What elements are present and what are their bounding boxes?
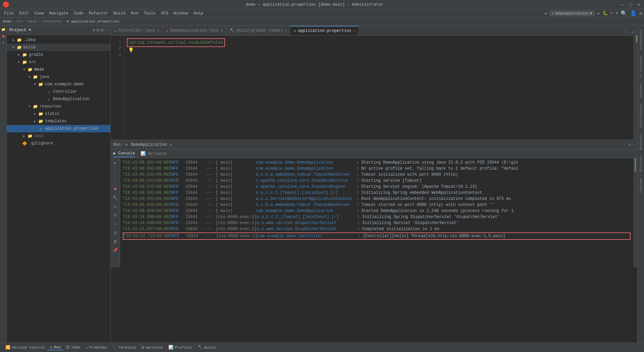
build-tab[interactable]: 🔨 Build — [195, 345, 218, 350]
scroll-down-button[interactable]: ↓ — [112, 177, 119, 184]
tree-item-label: resources — [40, 104, 61, 109]
folder-icon: 📁 — [21, 52, 28, 57]
search-button[interactable]: 🔍 — [621, 10, 627, 17]
tree-item-package[interactable]: ▼ 📁 com.example.demo — [7, 81, 110, 88]
run-settings-icon[interactable]: ⚙ — [629, 142, 631, 147]
close-tab-button[interactable]: ✕ — [221, 29, 223, 33]
menu-file[interactable]: File — [1, 9, 16, 17]
filter-icon[interactable]: ⧉ — [112, 212, 119, 219]
tree-item-resources[interactable]: ▼ 📁 resources — [7, 103, 110, 110]
project-icon[interactable]: 📁 — [1, 27, 6, 32]
console-scrollbar[interactable] — [633, 158, 637, 267]
run-button[interactable]: ▶ — [598, 11, 600, 16]
tree-item-application-properties[interactable]: ⚙ application.properties — [7, 125, 110, 132]
gear-icon[interactable]: ⚙ — [101, 27, 103, 33]
menu-tools[interactable]: Tools — [141, 9, 158, 17]
structure-icon[interactable]: ≡ — [1, 40, 6, 46]
breadcrumb-file[interactable]: ⚙ application.properties — [66, 19, 119, 24]
menu-edit[interactable]: Edit — [16, 9, 32, 17]
coverage-label[interactable]: Coverage — [639, 176, 643, 195]
tree-item-build[interactable]: ▼ 📁 build — [7, 44, 110, 51]
run-config-selector[interactable]: ▶ DemoApplication ▼ — [549, 10, 595, 16]
menu-window[interactable]: Window — [171, 9, 191, 17]
breakpoints-label[interactable]: Breakpoints — [639, 27, 643, 52]
tab-build-gradle[interactable]: 🔨 build.gradle (demo) ✕ — [226, 26, 290, 35]
structure-right-label[interactable]: Structure — [639, 153, 643, 175]
menu-view[interactable]: View — [32, 9, 47, 17]
tab-controller-java[interactable]: ☕ Controller.java ✕ — [111, 26, 162, 35]
menu-refactor[interactable]: Refactor — [86, 9, 111, 17]
version-control-tab[interactable]: 🔀 Version Control — [3, 345, 48, 350]
profiler-tab[interactable]: 📊 Profiler — [166, 345, 195, 350]
bookmark-icon[interactable]: 🔖 — [1, 34, 6, 39]
terminal-tab[interactable]: ⬛ Terminal — [110, 345, 139, 350]
breadcrumb-resources[interactable]: resources — [42, 19, 61, 24]
tree-item-demoapplication[interactable]: ☕ DemoApplication — [7, 95, 110, 103]
notifications-label[interactable]: Notifications — [639, 101, 643, 130]
minimize-button[interactable]: — — [620, 2, 625, 7]
breadcrumb-demo[interactable]: demo — [3, 19, 11, 24]
problems-icon: ⚠ — [85, 345, 88, 350]
close-tab-button[interactable]: ✕ — [284, 29, 286, 33]
close-run-tab[interactable]: ✕ — [170, 142, 172, 147]
collapse-all-button[interactable]: ⇈ — [92, 27, 95, 33]
menu-build[interactable]: Build — [111, 9, 128, 17]
tree-item-main[interactable]: ▼ 📁 main — [7, 66, 110, 73]
tree-item-test[interactable]: ▶ 📁 test — [7, 132, 110, 140]
pin-icon[interactable]: 📌 — [112, 247, 119, 254]
scroll-from-source-button[interactable]: ⊡ — [97, 27, 99, 33]
breadcrumb-main[interactable]: main — [28, 19, 37, 24]
tree-item-java[interactable]: ▼ 📁 java — [7, 73, 110, 81]
tree-item-src[interactable]: ▼ 📁 src — [7, 58, 110, 66]
database-label[interactable]: Database — [639, 81, 643, 100]
close-tab-button[interactable]: ✕ — [353, 29, 355, 33]
services-tab[interactable]: ⚙ Services — [139, 345, 166, 350]
editor-scrollbar[interactable] — [633, 36, 637, 140]
minimize-run-icon[interactable]: — — [632, 142, 635, 147]
run-bottom-tab[interactable]: ▶ Run — [48, 345, 63, 350]
debug-button[interactable]: 🐛 — [603, 11, 608, 16]
build-icon[interactable]: 🔨 — [112, 194, 119, 201]
run-icon: ▶ — [126, 142, 128, 147]
scroll-up-button[interactable]: ↑ — [112, 168, 119, 175]
tree-item-templates[interactable]: ▶ 📁 templates — [7, 118, 110, 125]
menu-vcs[interactable]: VCS — [158, 9, 171, 17]
breadcrumb-src[interactable]: src — [16, 19, 23, 24]
wrap-icon[interactable]: ⏎ — [112, 221, 119, 227]
actuator-tab[interactable]: 📊 Actuator — [141, 150, 167, 157]
tree-item-static[interactable]: ▶ 📁 static — [7, 110, 110, 118]
maximize-button[interactable]: □ — [628, 2, 633, 7]
menu-run[interactable]: Run — [128, 9, 141, 17]
coverage-run-icon[interactable]: ⊙ — [112, 203, 119, 210]
tree-item-gitignore[interactable]: 🔶 .gitignore — [7, 140, 110, 147]
bookmarks-label[interactable]: Bookmarks — [639, 131, 643, 153]
menu-code[interactable]: Code — [71, 9, 86, 17]
print-icon[interactable]: 🖨 — [112, 229, 119, 236]
rerun-button[interactable]: ▶ — [112, 160, 119, 166]
user-button[interactable]: 👤 — [630, 10, 637, 17]
tab-demoapplication-java[interactable]: ☕ DemoApplication.java ✕ — [162, 26, 226, 35]
hint-bulb-icon[interactable]: 💡 — [128, 47, 134, 54]
problems-tab[interactable]: ⚠ Problems — [83, 345, 109, 350]
close-tab-button[interactable]: ✕ — [157, 29, 159, 33]
close-button[interactable]: ✕ — [636, 2, 641, 7]
ai-assistant-label[interactable]: AI Assistant — [639, 53, 643, 80]
menu-help[interactable]: Help — [191, 9, 206, 17]
menu-bar: File Edit View Navigate Code Refactor Bu… — [0, 9, 644, 17]
close-panel-button[interactable]: — — [105, 27, 108, 33]
settings-gear[interactable]: ⚙ — [639, 10, 643, 17]
todo-tab[interactable]: ☰ TODO — [63, 345, 83, 350]
left-icon-bar: 📁 🔖 ≡ — [0, 26, 7, 343]
trash-icon[interactable]: 🗑 — [112, 238, 119, 245]
tab-overflow-button[interactable]: ⋮ — [621, 26, 629, 35]
menu-navigate[interactable]: Navigate — [46, 9, 71, 17]
tree-item-gradle[interactable]: ▶ 📁 gradle — [7, 51, 110, 58]
stop-button[interactable]: ■ — [112, 186, 119, 192]
console-tab[interactable]: ▶ Console — [113, 150, 135, 157]
tree-item-idea[interactable]: ▶ 📁 .idea — [7, 36, 110, 44]
coverage-button[interactable]: ⊙ — [610, 11, 613, 16]
code-area[interactable]: spring.threads.virtual.enabled=false 💡 — [124, 36, 633, 140]
tab-application-properties[interactable]: ⚙ application.properties ✕ — [290, 26, 359, 35]
more-run-button[interactable]: ▼ — [615, 11, 618, 16]
tree-item-controller[interactable]: ☕ Controller — [7, 88, 110, 95]
